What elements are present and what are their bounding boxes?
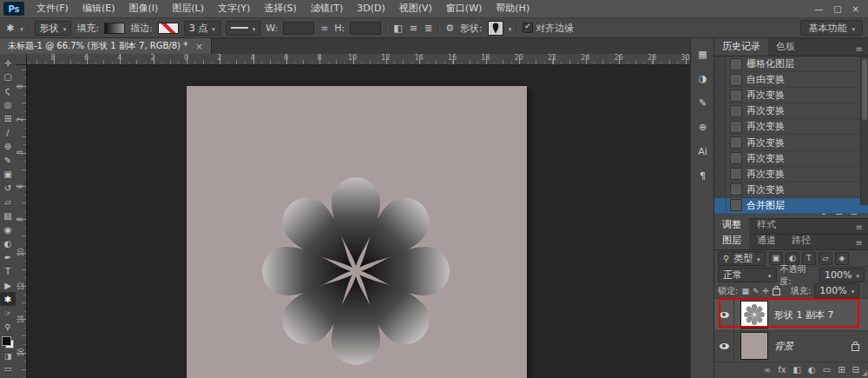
new-layer-icon[interactable]: ⊞ [838, 365, 845, 375]
menu-item[interactable]: 文件(F) [30, 0, 76, 17]
history-source-checkbox[interactable] [714, 182, 727, 197]
document-canvas[interactable] [187, 86, 527, 378]
tab-channels[interactable]: 通道 [749, 232, 784, 249]
tool-preset-icon[interactable]: ✱ [5, 23, 15, 34]
history-brush-tool[interactable]: ↺ [0, 181, 16, 195]
menu-item[interactable]: 帮助(H) [489, 0, 536, 17]
eyedropper-tool[interactable]: ∕ [0, 125, 16, 139]
stroke-swatch[interactable] [158, 23, 179, 34]
dock-brush-icon[interactable]: ✎ [694, 96, 712, 110]
tab-layers[interactable]: 图层 [714, 232, 749, 249]
hand-tool[interactable]: ☞ [0, 306, 16, 320]
menu-item[interactable]: 文字(Y) [211, 0, 257, 17]
dock-adjustments-icon[interactable]: ◑ [694, 71, 712, 86]
menu-item[interactable]: 图像(I) [122, 0, 165, 17]
menu-item[interactable]: 3D(D) [350, 0, 392, 17]
gradient-tool[interactable]: ▧ [0, 209, 16, 222]
vertical-ruler[interactable]: 0246810121416 [16, 64, 27, 378]
workspace-switcher[interactable]: 基本功能 [800, 20, 863, 36]
tab-adjustments[interactable]: 调整 [714, 216, 749, 234]
lock-pixels-icon[interactable]: ✎ [753, 287, 760, 295]
dock-swatches-icon[interactable]: ▦ [694, 47, 712, 62]
tab-paths[interactable]: 路径 [784, 232, 819, 249]
delete-layer-icon[interactable]: ⊟ [852, 365, 859, 375]
history-source-checkbox[interactable] [714, 198, 727, 213]
custom-shape-thumbnail[interactable] [488, 21, 503, 36]
link-dimensions-icon[interactable]: ∞ [319, 23, 329, 34]
filter-shape-layers-icon[interactable]: ▱ [819, 252, 832, 265]
gear-icon[interactable]: ⚙ [444, 23, 455, 34]
tab-history[interactable]: 历史记录 [714, 38, 768, 56]
clone-stamp-tool[interactable]: ▣ [0, 167, 16, 181]
history-state[interactable]: 再次变换 [714, 151, 868, 167]
type-tool[interactable]: T [0, 264, 16, 278]
crop-tool[interactable]: ⊞ [0, 111, 16, 125]
layer-name[interactable]: 背景 [774, 340, 793, 353]
brush-tool[interactable]: ✎ [0, 153, 16, 167]
history-source-checkbox[interactable] [714, 135, 727, 149]
path-operations-icon[interactable]: ◧ [392, 23, 403, 34]
lasso-tool[interactable]: ς [0, 83, 16, 97]
color-swatches[interactable] [2, 336, 14, 348]
close-button[interactable]: × [852, 4, 859, 14]
lock-position-icon[interactable]: ✛ [762, 287, 769, 295]
document-tab[interactable]: 未标题-1 @ 66.7% (形状 1 副本 7, RGB/8) * × [0, 38, 212, 54]
link-layers-icon[interactable]: ∞ [764, 365, 771, 375]
healing-brush-tool[interactable]: ⊕ [0, 139, 16, 153]
history-state[interactable]: 再次变换 [714, 88, 868, 103]
width-input[interactable] [283, 22, 314, 35]
align-edges-checkbox[interactable] [523, 23, 533, 33]
panel-menu-icon[interactable]: ≡ [851, 222, 868, 234]
custom-shape-tool[interactable]: ✱ [0, 292, 16, 306]
layer-row-background[interactable]: 背景 [714, 331, 868, 362]
photoshop-logo[interactable]: Ps [3, 2, 24, 16]
dodge-tool[interactable]: ◐ [0, 236, 16, 250]
menu-item[interactable]: 滤镜(T) [304, 0, 350, 17]
visibility-toggle[interactable] [714, 331, 734, 361]
tab-close-icon[interactable]: × [195, 42, 202, 51]
history-source-checkbox[interactable] [714, 167, 727, 182]
blend-mode-select[interactable]: 正常 [718, 268, 777, 282]
move-tool[interactable]: ✛ [0, 56, 16, 70]
panel-menu-icon[interactable]: ≡ [851, 238, 868, 249]
fill-opacity-select[interactable]: 100% [814, 283, 859, 298]
history-source-checkbox[interactable] [714, 103, 727, 118]
path-arrange-icon[interactable]: ≣ [424, 23, 433, 34]
scrollbar[interactable] [860, 56, 868, 205]
canvas-area[interactable]: 8642024681012141618202224262830 02468101… [16, 54, 690, 378]
layer-thumbnail[interactable] [740, 301, 768, 328]
path-selection-tool[interactable]: ▶ [0, 278, 16, 292]
marquee-tool[interactable]: ▢ [0, 70, 16, 83]
menu-item[interactable]: 编辑(E) [76, 0, 122, 17]
eraser-tool[interactable]: ▱ [0, 195, 16, 209]
history-state[interactable]: 合并图层 [714, 198, 868, 214]
menu-item[interactable]: 窗口(W) [439, 0, 489, 17]
horizontal-ruler[interactable]: 8642024681012141618202224262830 [26, 54, 690, 65]
restore-button[interactable]: □ [833, 4, 841, 14]
path-alignment-icon[interactable]: ≡ [409, 23, 418, 34]
blur-tool[interactable]: ◉ [0, 222, 16, 236]
tool-mode-select[interactable]: 形状 [35, 21, 72, 36]
dock-character-icon[interactable]: Ai [694, 144, 712, 159]
history-state[interactable]: 再次变换 [714, 103, 868, 119]
zoom-tool[interactable]: ⚲ [0, 320, 16, 334]
filter-smart-object-icon[interactable]: ◈ [835, 252, 849, 265]
stroke-type-select[interactable] [226, 21, 261, 36]
fill-swatch[interactable] [104, 23, 125, 34]
lock-transparency-icon[interactable]: ▦ [741, 287, 749, 295]
history-source-checkbox[interactable] [714, 72, 727, 87]
quick-selection-tool[interactable]: ◎ [0, 97, 16, 111]
visibility-toggle[interactable] [714, 299, 734, 329]
dock-paragraph-icon[interactable]: ¶ [694, 169, 712, 183]
minimize-button[interactable]: — [814, 4, 823, 14]
history-state[interactable]: 再次变换 [714, 182, 868, 198]
scrollbar-thumb[interactable] [862, 59, 867, 120]
layer-mask-icon[interactable]: ◧ [793, 365, 801, 375]
menu-item[interactable]: 图层(L) [165, 0, 211, 17]
quick-mask-icon[interactable]: ◨ [0, 350, 16, 362]
pen-tool[interactable]: ✒ [0, 250, 16, 264]
panel-menu-icon[interactable]: ≡ [851, 44, 868, 56]
lock-all-icon[interactable] [773, 288, 780, 295]
foreground-color-swatch[interactable] [2, 336, 11, 346]
layer-group-icon[interactable]: ▭ [823, 365, 831, 375]
